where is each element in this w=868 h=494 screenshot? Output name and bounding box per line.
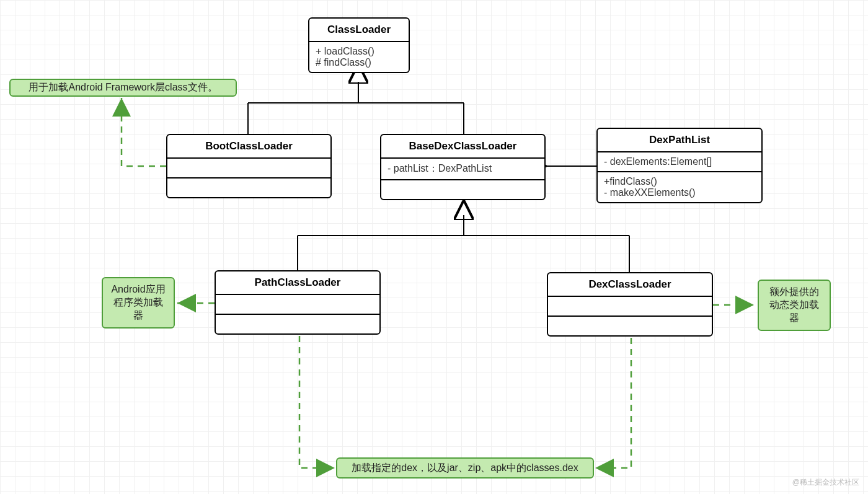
uml-class-basedexclassloader: BaseDexClassLoader - pathList：DexPathLis… (380, 134, 546, 200)
class-methods (216, 315, 379, 333)
uml-class-pathclassloader: PathClassLoader (215, 270, 381, 335)
class-methods (548, 317, 712, 335)
note-dexclassloader: 额外提供的动态类加载器 (758, 280, 831, 331)
class-attrs (548, 297, 712, 317)
class-name: PathClassLoader (216, 271, 379, 295)
class-name: ClassLoader (309, 19, 409, 42)
uml-class-dexpathlist: DexPathList - dexElements:Element[] +fin… (596, 128, 763, 203)
class-attrs: - dexElements:Element[] (598, 152, 761, 172)
class-name: BaseDexClassLoader (381, 135, 544, 159)
class-attrs (216, 295, 379, 315)
watermark: @稀土掘金技术社区 (792, 477, 859, 488)
uml-class-bootclassloader: BootClassLoader (166, 134, 332, 198)
note-bootclassloader: 用于加载Android Framework层class文件。 (9, 79, 237, 97)
uml-class-dexclassloader: DexClassLoader (547, 272, 713, 337)
class-attrs: - pathList：DexPathList (381, 159, 544, 180)
class-attrs (167, 159, 330, 179)
class-name: DexPathList (598, 129, 761, 152)
class-name: BootClassLoader (167, 135, 330, 159)
class-methods (167, 179, 330, 197)
connectors-layer (0, 0, 868, 494)
class-name: DexClassLoader (548, 273, 712, 297)
note-bottom: 加载指定的dex，以及jar、zip、apk中的classes.dex (336, 457, 594, 479)
class-methods: + loadClass() # findClass() (309, 42, 409, 72)
class-methods: +findClass() - makeXXElements() (598, 172, 761, 202)
class-methods (381, 180, 544, 199)
uml-class-classloader: ClassLoader + loadClass() # findClass() (308, 17, 410, 73)
note-pathclassloader: Android应用程序类加载器 (102, 277, 175, 329)
